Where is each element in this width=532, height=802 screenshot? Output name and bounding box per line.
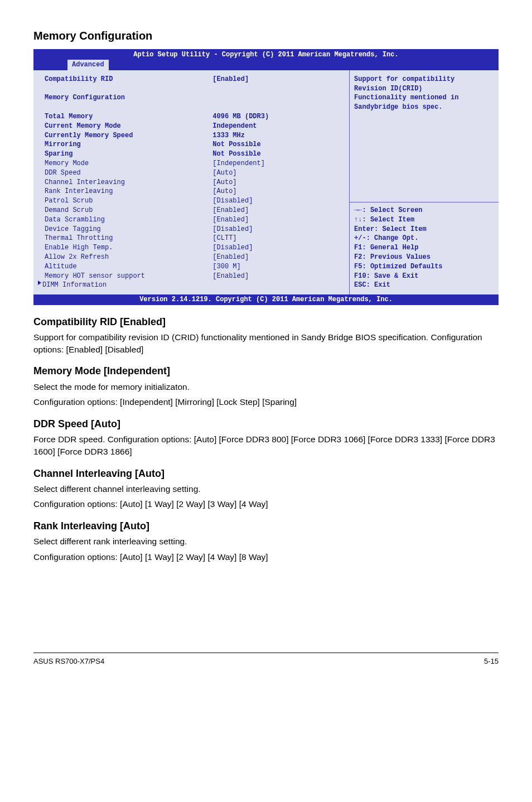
paragraph: Select different channel interleaving se… — [33, 483, 499, 495]
bios-config-value: Not Possible — [212, 140, 345, 149]
bios-config-key: Enable High Temp. — [45, 243, 212, 253]
bios-config-key: Thermal Throtting — [45, 234, 212, 243]
bios-config-key: DDR Speed — [45, 168, 212, 178]
bios-legend-line: ESC: Exit — [354, 281, 494, 290]
bios-config-row — [45, 84, 345, 94]
bios-config-row: Memory HOT sensor support[Enabled] — [45, 272, 345, 281]
bios-config-value: [Enabled] — [212, 206, 345, 215]
bios-config-key: Mirroring — [45, 140, 212, 149]
bios-help-line: Functionality mentioned in — [354, 93, 494, 103]
bios-tab-row: Advanced — [33, 60, 499, 70]
bios-config-key: Current Memory Mode — [45, 122, 212, 131]
bios-config-value — [212, 103, 345, 112]
bios-help-line: Support for compatibility — [354, 75, 494, 84]
bios-config-value: [Enabled] — [212, 75, 345, 84]
bios-config-value: [Enabled] — [212, 272, 345, 281]
subheading-compatibility-rid: Compatibility RID [Enabled] — [33, 315, 499, 329]
bios-config-value — [212, 84, 345, 94]
bios-submenu-label: DIMM Information — [42, 281, 107, 290]
paragraph: Configuration options: [Auto] [1 Way] [2… — [33, 551, 499, 563]
bios-legend-line: F10: Save & Exit — [354, 272, 494, 281]
bios-help-line: Revision ID(CRID) — [354, 84, 494, 94]
bios-config-key: Currently Memory Speed — [45, 131, 212, 141]
bios-config-key: Memory Mode — [45, 159, 212, 168]
footer-page-number: 5-15 — [484, 656, 499, 666]
bios-config-key — [45, 103, 212, 112]
paragraph: Select different rank interleaving setti… — [33, 535, 499, 548]
bios-config-row: DDR Speed[Auto] — [45, 168, 345, 178]
bios-config-key: Device Tagging — [45, 225, 212, 234]
bios-config-row: Device Tagging[Disabled] — [45, 225, 345, 234]
bios-config-value: [Disabled] — [212, 196, 345, 206]
bios-config-key: Memory HOT sensor support — [45, 272, 212, 281]
bios-config-key: Rank Interleaving — [45, 187, 212, 196]
bios-config-value: [Auto] — [212, 178, 345, 187]
bios-config-value: [Disabled] — [212, 243, 345, 253]
bios-config-key — [45, 84, 212, 94]
bios-config-row: Total Memory4096 MB (DDR3) — [45, 112, 345, 122]
bios-config-value: [Independent] — [212, 159, 345, 168]
paragraph: Support for compatibility revision ID (C… — [33, 331, 499, 355]
bios-config-row — [45, 103, 345, 112]
bios-submenu-dimm-information: DIMM Information — [38, 281, 345, 290]
bios-config-key: Compatibility RID — [45, 75, 212, 84]
paragraph: Configuration options: [Auto] [1 Way] [2… — [33, 498, 499, 510]
bios-legend-line: +/-: Change Opt. — [354, 234, 494, 243]
section-heading: Memory Configuration — [33, 28, 499, 44]
bios-config-key: Patrol Scrub — [45, 196, 212, 206]
bios-config-row: Memory Configuration — [45, 93, 345, 103]
bios-config-row: Channel Interleaving[Auto] — [45, 178, 345, 187]
bios-config-row: MirroringNot Possible — [45, 140, 345, 149]
bios-legend-line: ↑↓: Select Item — [354, 215, 494, 225]
bios-legend-line: F2: Previous Values — [354, 253, 494, 262]
bios-right-pane: Support for compatibility Revision ID(CR… — [350, 70, 499, 294]
bios-legend-line: F1: General Help — [354, 243, 494, 253]
bios-config-value: Not Possible — [212, 149, 345, 159]
subheading-memory-mode: Memory Mode [Independent] — [33, 364, 499, 378]
bios-config-key: Data Scrambling — [45, 215, 212, 225]
bios-config-value: [Disabled] — [212, 225, 345, 234]
bios-config-row: Altitude[300 M] — [45, 262, 345, 272]
bios-version-bar: Version 2.14.1219. Copyright (C) 2011 Am… — [33, 294, 499, 305]
bios-config-value: [Auto] — [212, 168, 345, 178]
footer-product: ASUS RS700-X7/PS4 — [33, 656, 104, 666]
bios-config-row: Data Scrambling[Enabled] — [45, 215, 345, 225]
bios-config-value — [212, 93, 345, 103]
bios-config-value: [Enabled] — [212, 215, 345, 225]
bios-config-row: Memory Mode[Independent] — [45, 159, 345, 168]
subheading-ddr-speed: DDR Speed [Auto] — [33, 417, 499, 431]
page-footer: ASUS RS700-X7/PS4 5-15 — [33, 653, 499, 666]
bios-config-value: [Enabled] — [212, 253, 345, 262]
bios-config-key: Channel Interleaving — [45, 178, 212, 187]
bios-config-row: Enable High Temp.[Disabled] — [45, 243, 345, 253]
bios-tab-advanced: Advanced — [67, 59, 109, 70]
subheading-channel-interleaving: Channel Interleaving [Auto] — [33, 467, 499, 481]
bios-config-row: Thermal Throtting[CLTT] — [45, 234, 345, 243]
bios-config-row: Demand Scrub[Enabled] — [45, 206, 345, 215]
paragraph: Configuration options: [Independent] [Mi… — [33, 396, 499, 408]
bios-left-pane: Compatibility RID[Enabled] Memory Config… — [33, 70, 350, 294]
bios-config-value: [CLTT] — [212, 234, 345, 243]
bios-screenshot: Aptio Setup Utility - Copyright (C) 2011… — [33, 49, 499, 305]
bios-config-value: [Auto] — [212, 187, 345, 196]
bios-config-key: Total Memory — [45, 112, 212, 122]
paragraph: Force DDR speed. Configuration options: … — [33, 433, 499, 457]
bios-config-key: Altitude — [45, 262, 212, 272]
bios-config-row: Patrol Scrub[Disabled] — [45, 196, 345, 206]
paragraph: Select the mode for memory initializaton… — [33, 381, 499, 393]
bios-config-key: Allow 2x Refresh — [45, 253, 212, 262]
bios-config-row: Allow 2x Refresh[Enabled] — [45, 253, 345, 262]
bios-title-bar: Aptio Setup Utility - Copyright (C) 2011… — [33, 49, 499, 60]
bios-config-row: SparingNot Possible — [45, 149, 345, 159]
bios-config-row: Compatibility RID[Enabled] — [45, 75, 345, 84]
bios-config-row: Rank Interleaving[Auto] — [45, 187, 345, 196]
bios-legend-line: Enter: Select Item — [354, 225, 494, 234]
bios-config-key: Memory Configuration — [45, 93, 212, 103]
bios-config-row: Current Memory ModeIndependent — [45, 122, 345, 131]
bios-config-key: Sparing — [45, 149, 212, 159]
subheading-rank-interleaving: Rank Interleaving [Auto] — [33, 519, 499, 533]
bios-help-line: Sandybridge bios spec. — [354, 103, 494, 112]
bios-config-value: 1333 MHz — [212, 131, 345, 141]
triangle-right-icon — [38, 281, 41, 285]
bios-config-value: 4096 MB (DDR3) — [212, 112, 345, 122]
